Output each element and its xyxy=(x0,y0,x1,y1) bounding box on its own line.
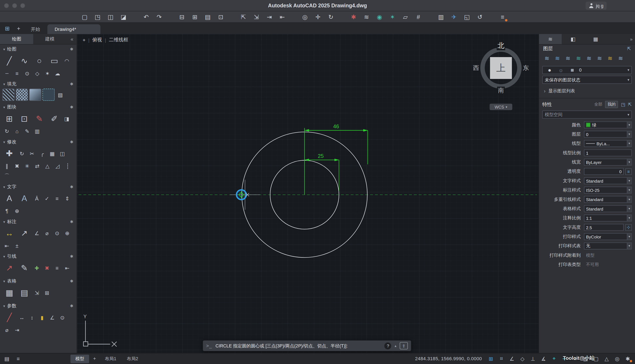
align-constraint-icon[interactable]: ⇥ xyxy=(12,326,22,334)
linear-dimension-icon[interactable]: ↔ xyxy=(2,226,16,240)
redo-icon[interactable]: ↷ xyxy=(154,12,164,22)
layer-translator-icon[interactable]: ≋ xyxy=(361,12,372,22)
stretch-icon[interactable]: ⇄ xyxy=(33,162,42,170)
save-icon[interactable]: ◫ xyxy=(105,12,116,22)
diameter-dimension-icon[interactable]: ⌀ xyxy=(42,229,51,238)
section-header-dimension[interactable]: ▾ 标注 ✱ xyxy=(0,218,76,226)
section-gear-icon[interactable]: ✱ xyxy=(70,47,73,52)
view-control[interactable]: 俯视 xyxy=(92,36,102,44)
chamfer-icon[interactable]: ◿ xyxy=(53,162,62,170)
center-mark-icon[interactable]: ⊕ xyxy=(63,229,72,238)
section-gear-icon[interactable]: ✱ xyxy=(70,82,73,86)
refresh-icon[interactable]: ↺ xyxy=(474,12,485,22)
layer-properties-icon[interactable]: ≋ xyxy=(542,54,552,63)
dock-panel-icon[interactable]: ⇱ xyxy=(627,46,631,51)
viewport-menu-button[interactable]: + xyxy=(82,37,86,42)
wcs-dropdown[interactable]: WCS ▾ xyxy=(490,104,512,110)
object-snap-icon[interactable]: ⌖ xyxy=(549,354,559,363)
linetype-dropdown[interactable]: ByLa... ▾ xyxy=(584,140,632,147)
sheet-set-icon[interactable]: ▥ xyxy=(436,12,446,22)
xref-attach-icon[interactable]: ⇱ xyxy=(238,12,248,22)
section-gear-icon[interactable]: ✱ xyxy=(70,279,73,284)
align-leaders-icon[interactable]: ≡ xyxy=(53,264,62,272)
quick-select-icon[interactable]: ◳ xyxy=(621,102,625,107)
collapse-palette-button[interactable]: « xyxy=(66,34,76,44)
table-cell-style-icon[interactable]: ⊞ xyxy=(42,288,51,297)
layer-freeze-state-icon[interactable]: ☼ xyxy=(556,65,566,75)
plot-icon[interactable]: ⊟ xyxy=(176,12,187,22)
linetype-scale-input[interactable]: 1 xyxy=(584,150,632,156)
define-attributes-icon[interactable]: ✐ xyxy=(48,112,61,126)
layout1-tab[interactable]: 布局1 xyxy=(100,354,121,363)
horizontal-constraint-icon[interactable]: ↔ xyxy=(18,313,26,322)
layout2-tab[interactable]: 布局2 xyxy=(122,354,143,363)
line-icon[interactable]: ╱ xyxy=(2,54,16,68)
mtext-icon[interactable]: A xyxy=(2,192,16,205)
options-icon[interactable]: ≡ xyxy=(497,12,508,22)
grid-display-icon[interactable]: ⊞ xyxy=(486,354,496,363)
filter-all-button[interactable]: 全部 xyxy=(594,102,602,107)
layer-unisolate-icon[interactable]: ≋ xyxy=(574,54,583,63)
scale-icon[interactable]: △ xyxy=(43,162,52,170)
multiline-icon[interactable]: ≡ xyxy=(12,69,22,78)
add-leader-icon[interactable]: ✚ xyxy=(32,264,41,272)
match-properties-icon[interactable]: ✱ xyxy=(348,12,359,22)
hatch-edit-icon[interactable]: # xyxy=(413,12,424,22)
table-icon[interactable]: ▦ xyxy=(2,286,16,300)
close-window-button[interactable] xyxy=(4,3,9,8)
mirror-icon[interactable]: ◫ xyxy=(58,149,67,158)
baseline-dimension-icon[interactable]: ⇤ xyxy=(2,241,11,250)
section-gear-icon[interactable]: ✱ xyxy=(70,304,73,308)
more-tabs-icon[interactable]: » xyxy=(607,34,635,44)
dock-panel-icon[interactable]: ⇱ xyxy=(628,102,632,107)
polar-tracking-icon[interactable]: ∡ xyxy=(538,354,548,363)
undo-icon[interactable]: ↶ xyxy=(141,12,152,22)
snap-mode-icon[interactable]: ⌗ xyxy=(496,354,506,363)
section-header-draw[interactable]: ▾ 绘图 ✱ xyxy=(0,45,76,53)
dim-style-dropdown[interactable]: ISO-25 ▾ xyxy=(584,186,632,194)
pan-icon[interactable]: ✛ xyxy=(313,12,323,22)
table-from-data-icon[interactable]: ▤ xyxy=(18,286,31,300)
plot-style-table-dropdown[interactable]: 无 ▾ xyxy=(584,242,632,250)
status-menu-icon[interactable]: ≡ xyxy=(14,354,23,363)
save-as-icon[interactable]: ◪ xyxy=(118,12,129,22)
scale-text-icon[interactable]: ⇕ xyxy=(63,194,72,203)
filter-mine-button[interactable]: 我的 xyxy=(605,101,618,108)
ellipse-icon[interactable]: ⊙ xyxy=(23,69,32,78)
set-base-point-icon[interactable]: ⌂ xyxy=(12,127,22,136)
layer-dropdown[interactable]: 0 ▾ xyxy=(584,131,632,138)
rectangle-icon[interactable]: ▭ xyxy=(48,54,61,68)
offset-icon[interactable]: ∥ xyxy=(2,162,11,170)
table-style-dropdown[interactable]: Standard ▾ xyxy=(584,205,632,212)
minimize-window-button[interactable] xyxy=(12,3,17,8)
section-gear-icon[interactable]: ✱ xyxy=(70,254,73,258)
text-style-dropdown[interactable]: Standard ▾ xyxy=(584,178,632,184)
revision-cloud-icon[interactable]: ☁ xyxy=(53,69,62,78)
section-gear-icon[interactable]: ✱ xyxy=(70,184,73,189)
layer-state-dropdown[interactable]: 未保存的图层状态 ▾ xyxy=(542,76,632,84)
new-file-icon[interactable]: ▢ xyxy=(80,12,90,22)
plot-style-dropdown[interactable]: ByColor ▾ xyxy=(584,233,632,240)
batch-plot-icon[interactable]: ⊡ xyxy=(216,12,226,22)
multileader-icon[interactable]: ↗ xyxy=(2,261,16,275)
palette-tab-draw[interactable]: 绘图 xyxy=(0,34,33,44)
layer-off-icon[interactable]: ≋ xyxy=(595,54,604,63)
create-block-icon[interactable]: ⊡ xyxy=(18,112,31,126)
multileader-style-icon[interactable]: ✎ xyxy=(18,261,31,275)
customization-icon[interactable]: ✱ xyxy=(623,354,632,363)
edit-attribute-icon[interactable]: ✎ xyxy=(23,127,32,136)
zoom-window-button[interactable] xyxy=(20,3,25,8)
trim-icon[interactable]: ✂ xyxy=(28,149,36,158)
section-header-table[interactable]: ▾ 表格 ✱ xyxy=(0,277,76,285)
viewcube[interactable]: 上 北 南 西 东 xyxy=(478,44,524,92)
add-layout-button[interactable]: + xyxy=(90,355,99,362)
zoom-window-icon[interactable]: ◎ xyxy=(300,12,310,22)
orbit-icon[interactable]: ↻ xyxy=(326,12,336,22)
radius-dimension-icon[interactable]: ⊙ xyxy=(53,229,62,238)
fillet-icon[interactable]: ╭ xyxy=(38,149,46,158)
angular-dimension-icon[interactable]: ∠ xyxy=(32,229,41,238)
layer-color-swatch[interactable]: ■ xyxy=(568,65,577,75)
palette-tab-model[interactable]: 建模 xyxy=(33,34,66,44)
image-attach-icon[interactable]: ⇲ xyxy=(251,12,262,22)
viewcube-west[interactable]: 西 xyxy=(472,64,480,72)
